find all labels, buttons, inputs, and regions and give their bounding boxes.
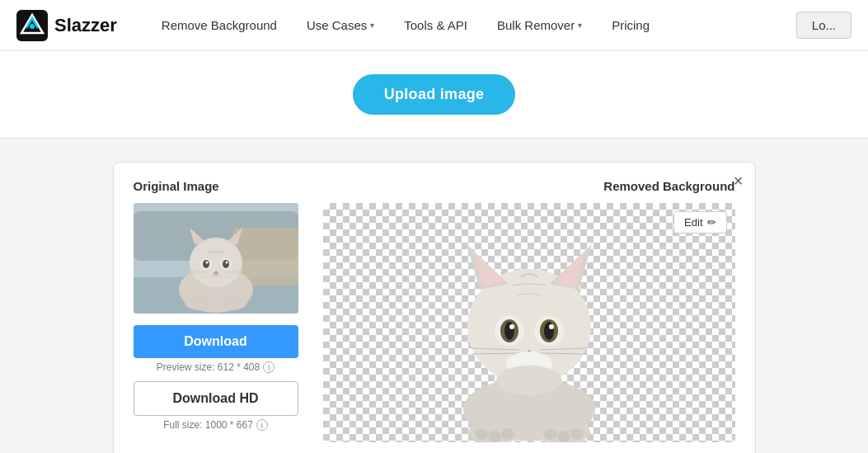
nav-tools-api[interactable]: Tools & API: [392, 12, 479, 39]
navbar: Slazzer Remove Background Use Cases ▾ To…: [0, 0, 868, 51]
logo-icon: [16, 10, 48, 41]
svg-point-49: [488, 431, 501, 442]
svg-point-24: [218, 294, 247, 310]
svg-point-52: [557, 431, 570, 442]
result-card: × Original Image: [113, 162, 756, 453]
edit-button[interactable]: Edit ✏: [673, 211, 726, 234]
preview-size-info: Preview size: 612 * 408 i: [134, 361, 298, 373]
original-image: [134, 203, 298, 314]
chevron-down-icon: ▾: [370, 21, 374, 30]
svg-point-15: [223, 260, 229, 268]
info-icon[interactable]: i: [263, 361, 274, 373]
svg-point-14: [203, 260, 209, 268]
svg-point-23: [185, 294, 214, 310]
logo[interactable]: Slazzer: [16, 10, 117, 41]
svg-point-17: [225, 262, 228, 264]
download-button[interactable]: Download: [134, 325, 298, 358]
columns-layout: Original Image: [134, 179, 735, 442]
svg-point-51: [544, 428, 557, 440]
svg-point-7: [190, 238, 242, 287]
info-icon-hd[interactable]: i: [256, 419, 268, 431]
download-hd-button[interactable]: Download HD: [134, 381, 298, 416]
removed-background-area: Edit ✏: [323, 203, 735, 442]
original-image-column: Original Image: [134, 179, 298, 442]
pencil-icon: ✏: [707, 216, 716, 229]
svg-point-16: [205, 262, 208, 264]
cat-scene-svg: [134, 203, 298, 314]
main-content: × Original Image: [0, 139, 868, 453]
upload-image-button[interactable]: Upload image: [353, 74, 516, 115]
original-image-label: Original Image: [134, 179, 298, 193]
svg-point-50: [501, 428, 514, 440]
full-size-info: Full size: 1000 * 667 i: [134, 419, 298, 431]
svg-point-37: [509, 324, 514, 329]
svg-point-38: [549, 324, 554, 329]
nav-remove-background[interactable]: Remove Background: [150, 12, 289, 39]
removed-background-label: Removed Background: [323, 179, 735, 193]
logo-text: Slazzer: [54, 15, 117, 36]
nav-use-cases[interactable]: Use Cases ▾: [295, 12, 386, 39]
chevron-down-icon: ▾: [578, 21, 582, 30]
nav-bulk-remover[interactable]: Bulk Remover ▾: [486, 12, 594, 39]
cat-removed-svg: [430, 219, 628, 442]
upload-section: Upload image: [0, 51, 868, 139]
login-button[interactable]: Lo...: [796, 12, 852, 39]
nav-pricing[interactable]: Pricing: [600, 12, 661, 39]
svg-point-53: [570, 428, 584, 440]
svg-point-45: [496, 366, 562, 395]
nav-links: Remove Background Use Cases ▾ Tools & AP…: [150, 12, 796, 39]
removed-background-column: Removed Background Edit ✏: [323, 179, 735, 442]
close-button[interactable]: ×: [734, 172, 744, 189]
edit-label: Edit: [684, 216, 702, 229]
svg-point-1: [30, 24, 35, 29]
svg-point-48: [475, 428, 488, 440]
